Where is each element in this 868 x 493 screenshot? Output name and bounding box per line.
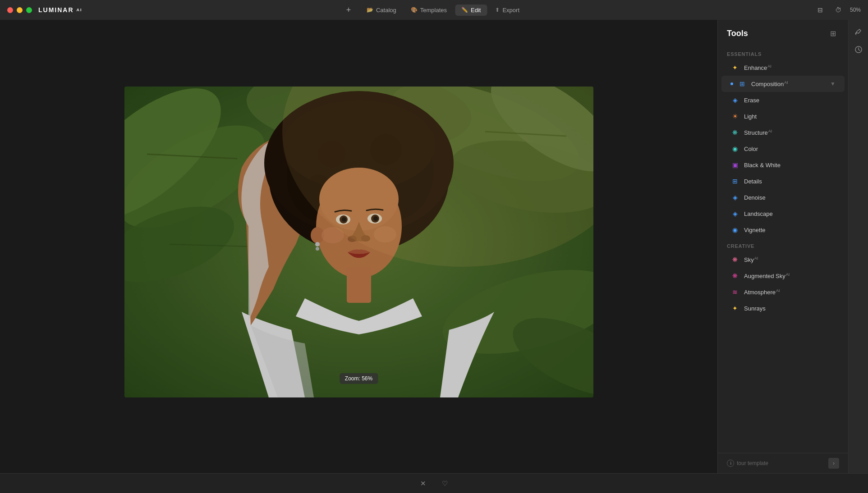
- right-sidebar: [848, 20, 868, 473]
- tool-item-light[interactable]: ☀ Light: [721, 108, 845, 124]
- tools-list: Essentials ✦ EnhanceAI ⊞ CompositionAI ▼…: [718, 44, 848, 453]
- panel-settings-icon[interactable]: ⊞: [827, 27, 839, 40]
- compare-icon[interactable]: ⊟: [814, 4, 827, 16]
- templates-icon: 🎨: [411, 7, 418, 13]
- zoom-tooltip-text: Zoom: 56%: [345, 375, 372, 382]
- tool-item-color[interactable]: ◉ Color: [721, 141, 845, 157]
- color-icon: ◉: [730, 144, 739, 153]
- export-label: Export: [502, 7, 519, 14]
- tour-template-label: tour template: [737, 460, 768, 466]
- zoom-tooltip: Zoom: 56%: [340, 373, 378, 384]
- export-icon: ⬆: [495, 7, 500, 13]
- vignette-icon: ◉: [730, 225, 739, 234]
- tool-name-sunrays: Sunrays: [744, 305, 836, 312]
- tool-item-landscape[interactable]: ◈ Landscape: [721, 205, 845, 222]
- tool-name-atmosphere: AtmosphereAI: [744, 288, 836, 296]
- tool-name-details: Details: [744, 178, 836, 185]
- export-button[interactable]: ⬆ Export: [489, 5, 526, 16]
- tool-name-structure: StructureAI: [744, 129, 836, 136]
- atmosphere-icon: ≋: [730, 288, 739, 297]
- composition-expand-icon: ▼: [830, 81, 836, 87]
- essentials-section-label: Essentials: [718, 46, 848, 59]
- tool-name-landscape: Landscape: [744, 210, 836, 217]
- tool-item-black-white[interactable]: ▣ Black & White: [721, 157, 845, 173]
- tool-name-sky: SkyAI: [744, 256, 836, 263]
- templates-label: Templates: [420, 7, 447, 14]
- app-logo: LUMINAR AI: [38, 6, 83, 14]
- edit-icon: ✏️: [461, 7, 468, 13]
- history-icon[interactable]: ⏱: [832, 4, 845, 16]
- tool-name-enhance: EnhanceAI: [744, 64, 836, 71]
- erase-icon: ◈: [730, 96, 739, 105]
- maximize-button[interactable]: [26, 7, 32, 13]
- tool-item-structure[interactable]: ❋ StructureAI: [721, 124, 845, 141]
- panel-footer-right: ›: [828, 458, 839, 469]
- clock-icon[interactable]: [850, 41, 867, 58]
- catalog-label: Catalog: [376, 7, 396, 14]
- brush-icon[interactable]: [850, 23, 867, 40]
- photo-image: [124, 87, 593, 397]
- zoom-label: 50%: [850, 7, 861, 13]
- panel-header: Tools ⊞: [718, 20, 848, 44]
- tool-name-black-white: Black & White: [744, 162, 836, 169]
- tool-item-sunrays[interactable]: ✦ Sunrays: [721, 300, 845, 316]
- augmented-sky-icon: ❋: [730, 271, 739, 280]
- enhance-icon: ✦: [730, 63, 739, 72]
- panel-title: Tools: [727, 29, 748, 38]
- tour-template-button[interactable]: ℹ tour template: [727, 460, 768, 467]
- edit-button[interactable]: ✏️ Edit: [455, 5, 487, 16]
- ai-badge: AI: [77, 8, 83, 12]
- creative-section-label: Creative: [718, 238, 848, 251]
- tool-name-erase: Erase: [744, 97, 836, 104]
- catalog-icon: 📂: [367, 7, 373, 13]
- tool-name-augmented-sky: Augmented SkyAI: [744, 272, 836, 279]
- collapse-button[interactable]: ›: [828, 458, 839, 469]
- denoise-icon: ◈: [730, 193, 739, 202]
- tool-item-enhance[interactable]: ✦ EnhanceAI: [721, 59, 845, 76]
- landscape-icon: ◈: [730, 209, 739, 218]
- close-button[interactable]: [7, 7, 13, 13]
- bottom-bar: ✕ ♡: [0, 473, 868, 493]
- traffic-lights: [7, 7, 32, 13]
- tool-name-composition: CompositionAI: [751, 80, 826, 87]
- sky-icon: ❋: [730, 255, 739, 264]
- black-white-icon: ▣: [730, 160, 739, 169]
- details-icon: ⊞: [730, 177, 739, 186]
- tool-name-vignette: Vignette: [744, 227, 836, 233]
- main-area: Zoom: 56% Tools ⊞ Essentials ✦ EnhanceAI…: [0, 20, 868, 473]
- tool-name-color: Color: [744, 146, 836, 152]
- panel-footer: ℹ tour template ›: [718, 453, 848, 473]
- composition-active-dot: [730, 82, 733, 85]
- photo-container: Zoom: 56%: [124, 87, 593, 397]
- tool-item-atmosphere[interactable]: ≋ AtmosphereAI: [721, 284, 845, 300]
- minimize-button[interactable]: [17, 7, 23, 13]
- composition-icon: ⊞: [738, 79, 747, 88]
- tool-item-augmented-sky[interactable]: ❋ Augmented SkyAI: [721, 268, 845, 284]
- close-bottom-icon[interactable]: ✕: [418, 478, 429, 489]
- tool-item-vignette[interactable]: ◉ Vignette: [721, 222, 845, 238]
- tool-item-details[interactable]: ⊞ Details: [721, 173, 845, 189]
- canvas-area: Zoom: 56%: [0, 20, 717, 473]
- add-button[interactable]: +: [342, 4, 355, 16]
- tool-item-composition[interactable]: ⊞ CompositionAI ▼: [721, 76, 845, 92]
- tool-name-denoise: Denoise: [744, 194, 836, 201]
- templates-button[interactable]: 🎨 Templates: [404, 5, 453, 16]
- tool-item-denoise[interactable]: ◈ Denoise: [721, 189, 845, 205]
- catalog-button[interactable]: 📂 Catalog: [360, 5, 403, 16]
- title-bar: LUMINAR AI + 📂 Catalog 🎨 Templates ✏️ Ed…: [0, 0, 868, 20]
- light-icon: ☀: [730, 112, 739, 121]
- tool-name-light: Light: [744, 113, 836, 120]
- structure-icon: ❋: [730, 128, 739, 137]
- heart-icon[interactable]: ♡: [440, 478, 450, 489]
- tool-item-erase[interactable]: ◈ Erase: [721, 92, 845, 108]
- app-name: LUMINAR: [38, 6, 74, 14]
- nav-center: + 📂 Catalog 🎨 Templates ✏️ Edit ⬆ Export: [342, 4, 526, 16]
- sunrays-icon: ✦: [730, 304, 739, 313]
- tool-item-sky[interactable]: ❋ SkyAI: [721, 251, 845, 268]
- tour-icon: ℹ: [727, 460, 734, 467]
- edit-label: Edit: [471, 7, 481, 14]
- nav-right: ⊟ ⏱ 50%: [814, 4, 861, 16]
- tools-panel: Tools ⊞ Essentials ✦ EnhanceAI ⊞ Composi…: [717, 20, 848, 473]
